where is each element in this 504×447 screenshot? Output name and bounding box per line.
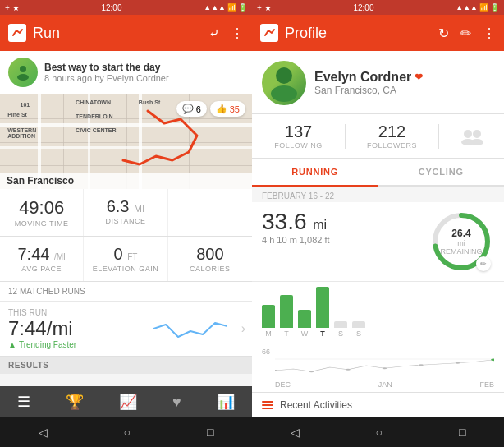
bar-sunday [352, 321, 365, 328]
weekly-detail: 4 h 10 m 1,082 ft [262, 235, 422, 245]
like-count: 35 [230, 104, 240, 114]
svg-point-16 [456, 362, 460, 364]
follow-stats: 137 FOLLOWING 212 FOLLOWERS [252, 114, 504, 159]
ring-container: 26.4 mi REMAINING ✏ [428, 209, 494, 274]
bluetooth-icon: + ★ [5, 3, 20, 12]
chart-y-label: 66 [262, 348, 270, 356]
stats-icon: 📈 [119, 393, 137, 411]
run-status-bar: + ★ 12:00 ▲▲▲ 📶 🔋 [0, 0, 252, 15]
svg-point-2 [276, 67, 292, 84]
calories-label: CALORIES [175, 265, 245, 273]
profile-heart-icon: ❤ [415, 71, 423, 83]
profile-status-time: 12:00 [353, 3, 373, 12]
bar-saturday [334, 321, 347, 328]
bar-s2: S [352, 321, 365, 338]
feed-icon: ☰ [17, 393, 30, 411]
nav-more[interactable]: 📊 [217, 393, 235, 411]
svg-point-15 [419, 364, 424, 366]
bar-t2: T [316, 287, 329, 338]
comment-badge[interactable]: 💬 6 [176, 101, 207, 117]
pace-card[interactable]: THIS RUN 7:44/mi ▲ Trending Faster › [0, 302, 252, 357]
following-count: 137 [252, 122, 345, 141]
profile-header: Evelyn Cordner ❤ San Francisco, CA [252, 51, 504, 114]
weekly-distance-unit: mi [313, 218, 327, 232]
nav-health[interactable]: ♥ [172, 394, 181, 411]
trending-label: ▲ Trending Faster [8, 340, 76, 349]
distance-value: 6.3 MI [90, 197, 160, 216]
results-bar: RESULTS [0, 357, 252, 374]
activity-tabs: RUNNING CYCLING [252, 159, 504, 187]
svg-point-1 [17, 74, 29, 81]
profile-wifi-icon: 📶 [479, 3, 488, 12]
stats-row-1: 49:06 MOVING TIME 6.3 MI DISTANCE [0, 189, 252, 237]
followers-stat[interactable]: 212 FOLLOWERS [346, 114, 438, 158]
nav-challenges[interactable]: 🏆 [66, 393, 84, 411]
tab-running[interactable]: RUNNING [252, 159, 378, 185]
weekly-stats: 33.6 mi 4 h 10 m 1,082 ft 26.4 mi REMAIN… [252, 202, 504, 282]
recent-activities-bar[interactable]: Recent Activities [252, 392, 504, 417]
chart-x-labels: DEC JAN FEB [275, 380, 494, 389]
profile-title: Profile [285, 25, 438, 42]
svg-point-4 [464, 130, 472, 138]
profile-status-bar: + ★ 12:00 ▲▲▲ 📶 🔋 [252, 0, 504, 15]
stats-row-2: 7:44 /MI AVG PACE 0 FT ELEVATION GAIN 80… [0, 237, 252, 282]
avg-pace-stat: 7:44 /MI AVG PACE [0, 237, 84, 281]
profile-signal-icon: ▲▲▲ [456, 3, 478, 12]
profile-more-icon[interactable]: ⋮ [483, 25, 496, 41]
following-stat[interactable]: 137 FOLLOWING [252, 114, 345, 158]
post-avatar [8, 58, 38, 87]
svg-point-11 [275, 370, 277, 371]
tab-cycling[interactable]: CYCLING [378, 159, 505, 185]
ring-unit: mi [440, 239, 482, 247]
more-icon[interactable]: ⋮ [231, 25, 244, 41]
run-status-time: 12:00 [101, 3, 121, 12]
svg-point-3 [271, 85, 297, 102]
calories-value: 800 [175, 245, 245, 264]
home-button[interactable]: ○ [124, 426, 131, 439]
empty-stat [168, 189, 252, 236]
post-text: Best way to start the day 8 hours ago by… [44, 62, 169, 83]
comment-count: 6 [196, 104, 201, 114]
ring-edit-button[interactable]: ✏ [476, 256, 491, 271]
profile-app-bar: Profile ↻ ✏ ⋮ [252, 15, 504, 51]
comment-icon: 💬 [182, 104, 194, 114]
week-label: FEBRUARY 16 - 22 [252, 187, 504, 202]
profile-logo [260, 24, 278, 42]
svg-point-13 [346, 369, 351, 371]
run-app-bar: Run ⤶ ⋮ [0, 15, 252, 51]
weekly-main: 33.6 mi 4 h 10 m 1,082 ft [262, 209, 422, 245]
elevation-stat: 0 FT ELEVATION GAIN [84, 237, 167, 281]
refresh-icon[interactable]: ↻ [438, 25, 449, 41]
profile-battery-icon: 🔋 [490, 3, 499, 12]
followers-label: FOLLOWERS [346, 141, 438, 150]
signal-icon: ▲▲▲ [204, 3, 226, 12]
map-container[interactable]: 101 CHINATOWN Bush St WESTERNADDITION CI… [0, 94, 252, 189]
map-city-label: San Francisco [0, 173, 252, 189]
elevation-value: 0 FT [90, 245, 160, 264]
profile-recents-button[interactable]: □ [459, 426, 465, 439]
profile-info: Evelyn Cordner ❤ San Francisco, CA [314, 70, 423, 96]
back-button[interactable]: ◁ [39, 426, 48, 439]
profile-home-button[interactable]: ○ [376, 426, 383, 439]
run-screen: + ★ 12:00 ▲▲▲ 📶 🔋 Run ⤶ ⋮ Best way to st… [0, 0, 252, 447]
bar-chart: M T W T S S [252, 282, 504, 341]
share-icon[interactable]: ⤶ [208, 25, 219, 41]
profile-name: Evelyn Cordner ❤ [314, 70, 423, 85]
profile-back-button[interactable]: ◁ [291, 426, 300, 439]
svg-point-6 [473, 130, 481, 138]
post-title: Best way to start the day [44, 62, 169, 73]
menu-icon [262, 401, 273, 409]
svg-point-12 [309, 371, 314, 372]
nav-feed[interactable]: ☰ [17, 393, 30, 411]
recents-button[interactable]: □ [207, 426, 213, 439]
edit-icon[interactable]: ✏ [460, 25, 471, 41]
app-logo [8, 24, 26, 42]
bar-t1: T [280, 295, 293, 338]
like-badge[interactable]: 👍 35 [210, 101, 245, 117]
pace-value: 7:44/mi [8, 317, 76, 340]
wifi-icon: 📶 [227, 3, 236, 12]
followers-count: 212 [346, 122, 438, 141]
add-friend-icon[interactable] [439, 127, 504, 145]
svg-point-0 [20, 66, 26, 72]
nav-stats[interactable]: 📈 [119, 393, 137, 411]
